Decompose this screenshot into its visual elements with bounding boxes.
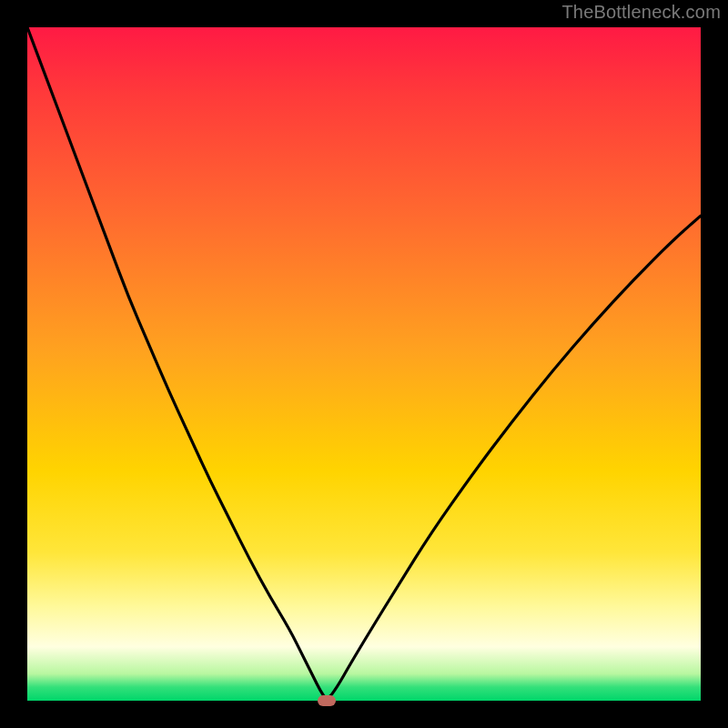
watermark-text: TheBottleneck.com [561,2,721,23]
gradient-plot-area [27,27,701,701]
chart-frame: TheBottleneck.com [0,0,728,728]
